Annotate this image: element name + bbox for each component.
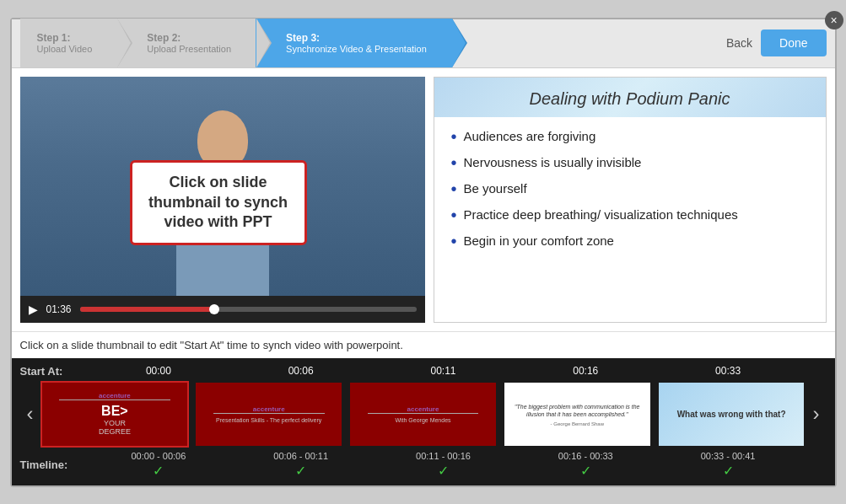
step-1-number: Step 1: [37, 32, 93, 44]
step-1: Step 1: Upload Video [20, 19, 118, 67]
timeline-check-0: ✓ [153, 463, 164, 479]
thumb-slide-2-content: accenture With George Mendes [350, 383, 496, 446]
step-2-text: Step 2: Upload Presentation [147, 32, 231, 54]
thumbnail-0[interactable]: accenture BE> YOUR DEGREE [40, 381, 190, 448]
instruction-text: Click on a slide thumbnail to edit "Star… [12, 331, 835, 358]
thumb-3-line2: - George Bernard Shaw [551, 421, 604, 428]
progress-thumb [209, 304, 219, 314]
thumb-img-3: "The biggest problem with communication … [504, 383, 650, 446]
timeline-check-2: ✓ [438, 463, 449, 479]
thumb-2-line2: With George Mendes [395, 417, 450, 423]
thumb-slide-4-content: What was wrong with that? [659, 383, 805, 446]
thumb-img-0: accenture BE> YOUR DEGREE [42, 383, 188, 446]
play-control-icon[interactable]: ▶ [29, 303, 38, 316]
next-arrow[interactable]: › [806, 402, 827, 426]
timeline-time-2: 00:11 - 00:16 [416, 451, 471, 461]
thumbnail-2[interactable]: accenture With George Mendes [348, 381, 498, 448]
video-controls: ▶ 01:36 [20, 296, 425, 323]
thumb-1-line1: accenture [253, 405, 285, 413]
thumb-0-line1: accenture [99, 392, 131, 399]
thumb-3-line1: "The biggest problem with communication … [508, 399, 647, 421]
bullet-3: • Be yourself [451, 181, 809, 199]
tooltip-box: Click on slide thumbnail to synch video … [130, 160, 307, 244]
thumb-1-divider [213, 413, 325, 414]
time-label-2: 00:11 [401, 365, 485, 377]
timeline-item-0: 00:00 - 00:06 ✓ [116, 451, 201, 479]
time-labels: 00:00 00:06 00:11 00:16 00:33 [88, 365, 800, 377]
timeline-item-1: 00:06 - 00:11 ✓ [259, 451, 343, 479]
timeline-time-4: 00:33 - 00:41 [701, 451, 756, 461]
timeline-check-3: ✓ [580, 463, 591, 479]
timeline-check-4: ✓ [723, 463, 734, 479]
bullet-dot-3: • [451, 180, 457, 199]
timeline-row: Timeline: 00:00 - 00:06 ✓ 00:06 - 00:11 … [20, 451, 827, 479]
thumb-0-divider [59, 399, 170, 400]
bullet-dot-2: • [451, 153, 457, 173]
main-content: Click on slide thumbnail to synch video … [12, 68, 835, 331]
steps-container: Step 1: Upload Video Step 2: Upload Pres… [20, 19, 726, 67]
bullet-text-4: Practice deep breathing/ visualization t… [464, 207, 738, 222]
thumb-1-line2: Presentation Skills - The perfect delive… [216, 417, 321, 423]
thumb-slide-0-content: accenture BE> YOUR DEGREE [42, 383, 188, 446]
start-at-row: Start At: 00:00 00:06 00:11 00:16 00:33 [20, 365, 827, 378]
timeline-item-4: 00:33 - 00:41 ✓ [686, 451, 770, 479]
thumb-img-1: accenture Presentation Skills - The perf… [196, 383, 342, 446]
timeline-item-3: 00:16 - 00:33 ✓ [543, 451, 628, 479]
bullet-dot-4: • [451, 206, 457, 225]
thumb-slide-3-content: "The biggest problem with communication … [504, 383, 650, 446]
slide-header: Dealing with Podium Panic [434, 78, 826, 117]
slide-title: Dealing with Podium Panic [451, 89, 809, 109]
time-label-3: 00:16 [543, 365, 628, 377]
back-button[interactable]: Back [726, 36, 752, 50]
thumb-2-divider [368, 413, 479, 414]
timeline-label: Timeline: [20, 458, 88, 471]
thumb-img-4: What was wrong with that? [659, 383, 805, 446]
bullet-2: • Nervousness is usually invisible [451, 155, 809, 173]
thumbnail-3[interactable]: "The biggest problem with communication … [503, 381, 652, 448]
step-2-label: Upload Presentation [147, 44, 231, 54]
time-display: 01:36 [46, 303, 72, 315]
step-3-text: Step 3: Synchronize Video & Presentation [286, 32, 427, 54]
thumb-4-line1: What was wrong with that? [677, 410, 786, 419]
bullet-text-3: Be yourself [464, 181, 527, 196]
slide-body: • Audiences are forgiving • Nervousness … [434, 117, 826, 271]
thumb-0-line3: YOUR [104, 419, 126, 427]
bullet-1: • Audiences are forgiving [451, 129, 809, 147]
bullet-4: • Practice deep breathing/ visualization… [451, 207, 809, 225]
timeline-time-1: 00:06 - 00:11 [273, 451, 328, 461]
bullet-dot-1: • [451, 127, 457, 147]
video-panel: Click on slide thumbnail to synch video … [20, 77, 425, 323]
thumb-0-line4: DEGREE [99, 427, 131, 436]
bullet-dot-5: • [451, 232, 457, 251]
bullet-5: • Begin in your comfort zone [451, 233, 809, 251]
modal-container: × Step 1: Upload Video Step 2: Upload Pr… [10, 18, 837, 487]
progress-fill [80, 307, 215, 312]
timeline-check-1: ✓ [295, 463, 306, 479]
steps-header: Step 1: Upload Video Step 2: Upload Pres… [12, 19, 835, 68]
bullet-text-2: Nervousness is usually invisible [464, 155, 642, 169]
step-3: Step 3: Synchronize Video & Presentation [256, 19, 452, 67]
thumb-slide-1-content: accenture Presentation Skills - The perf… [196, 383, 342, 446]
thumbnail-1[interactable]: accenture Presentation Skills - The perf… [194, 381, 343, 448]
bullet-text-1: Audiences are forgiving [464, 129, 596, 143]
header-actions: Back Done [726, 19, 827, 67]
close-button[interactable]: × [825, 11, 843, 29]
thumb-img-2: accenture With George Mendes [350, 383, 496, 446]
thumbnails-strip: Start At: 00:00 00:06 00:11 00:16 00:33 … [12, 358, 835, 485]
thumbnail-4[interactable]: What was wrong with that? [657, 381, 806, 448]
progress-bar[interactable] [80, 307, 417, 312]
step-3-number: Step 3: [286, 32, 427, 44]
step-2-number: Step 2: [147, 32, 231, 44]
timeline-items: 00:00 - 00:06 ✓ 00:06 - 00:11 ✓ 00:11 - … [88, 451, 800, 479]
time-label-1: 00:06 [259, 365, 343, 377]
time-label-4: 00:33 [686, 365, 770, 377]
thumb-2-line1: accenture [407, 405, 439, 413]
done-button[interactable]: Done [761, 29, 826, 56]
video-player: Click on slide thumbnail to synch video … [20, 77, 425, 296]
timeline-time-0: 00:00 - 00:06 [131, 451, 186, 461]
timeline-item-2: 00:11 - 00:16 ✓ [401, 451, 485, 479]
thumbnails-list: accenture BE> YOUR DEGREE accenture [40, 381, 806, 448]
prev-arrow[interactable]: ‹ [20, 402, 40, 426]
timeline-time-3: 00:16 - 00:33 [558, 451, 613, 461]
step-1-label: Upload Video [37, 44, 93, 54]
